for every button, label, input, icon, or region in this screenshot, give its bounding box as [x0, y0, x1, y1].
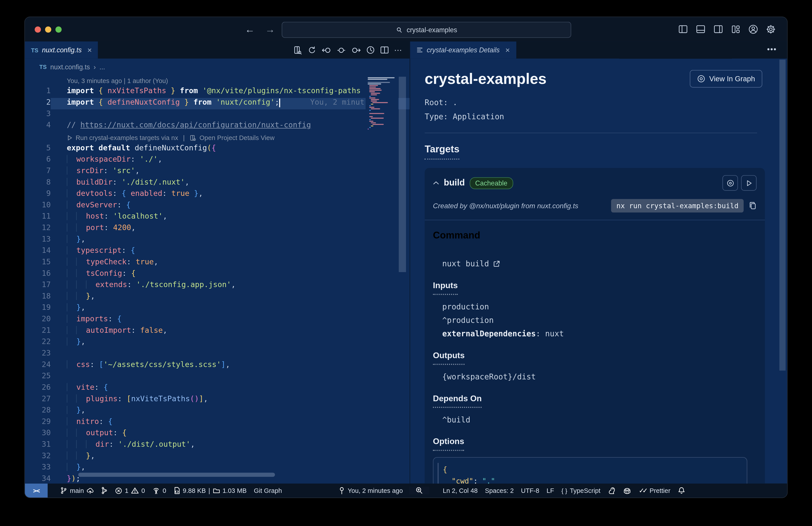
zoom-window-button[interactable]: [55, 26, 61, 32]
nav-forward-icon[interactable]: →: [265, 24, 275, 35]
account-icon[interactable]: [748, 24, 758, 34]
vertical-scrollbar[interactable]: [399, 76, 406, 272]
horizontal-scrollbar[interactable]: [78, 472, 275, 477]
copilot-extension-item[interactable]: [623, 487, 632, 494]
breadcrumb[interactable]: TS nuxt.config.ts › ...: [25, 58, 410, 75]
refresh-icon[interactable]: [308, 46, 316, 55]
panel-tab-label: crystal-examples Details: [427, 46, 500, 54]
tab-nuxt-config[interactable]: TS nuxt.config.ts ×: [25, 42, 98, 58]
codelens-open-details-link[interactable]: Open Project Details View: [200, 134, 275, 142]
copy-icon[interactable]: [749, 202, 757, 210]
code-line[interactable]: 4// https://nuxt.com/docs/api/configurat…: [25, 121, 410, 132]
code-line[interactable]: 6 workspaceDir: './',: [25, 155, 410, 167]
code-line[interactable]: 22 },: [25, 338, 410, 349]
customize-layout-icon[interactable]: [731, 25, 740, 34]
code-line[interactable]: 9 devtools: { enabled: true },: [25, 189, 410, 201]
language-mode-item[interactable]: { }TypeScript: [561, 487, 600, 494]
code-line[interactable]: 3: [25, 109, 410, 121]
minimize-window-button[interactable]: [45, 26, 51, 32]
code-line[interactable]: 17 extends: './tsconfig.app.json',: [25, 281, 410, 292]
indentation-item[interactable]: Spaces: 2: [485, 487, 514, 494]
outputs-heading: Outputs: [433, 351, 465, 360]
minimap[interactable]: [366, 75, 398, 483]
git-graph-item[interactable]: [101, 487, 108, 494]
remote-indicator[interactable]: ><: [25, 484, 48, 498]
line-number: 24: [25, 360, 51, 372]
code-line[interactable]: 24 css: ['~/assets/css/styles.scss'],: [25, 360, 410, 372]
timeline-icon[interactable]: [366, 46, 375, 55]
codelens-run-link[interactable]: Run crystal-examples targets via nx: [76, 134, 178, 142]
code-line[interactable]: 12 port: 4200,: [25, 224, 410, 235]
ports-item[interactable]: 0: [152, 487, 166, 494]
code-line[interactable]: 11 host: 'localhost',: [25, 212, 410, 224]
git-branch-item[interactable]: main: [60, 487, 94, 494]
code-line[interactable]: 13 },: [25, 235, 410, 246]
code-line[interactable]: 2import { defineNuxtConfig } from 'nuxt/…: [25, 98, 410, 110]
more-editor-actions-icon[interactable]: ⋯: [394, 45, 403, 55]
breadcrumb-file[interactable]: nuxt.config.ts: [50, 63, 90, 71]
target-name[interactable]: build: [444, 178, 465, 188]
code-line[interactable]: 18 },: [25, 292, 410, 303]
code-line[interactable]: 21 autoImport: false,: [25, 326, 410, 338]
code-line[interactable]: 23: [25, 349, 410, 360]
cacheable-badge: Cacheable: [469, 177, 513, 189]
git-graph-label[interactable]: Git Graph: [254, 487, 282, 494]
tab-project-details[interactable]: crystal-examples Details ×: [410, 42, 516, 58]
code-line[interactable]: 28 },: [25, 406, 410, 417]
code-line[interactable]: 32 },: [25, 451, 410, 463]
cursor-position-item[interactable]: Ln 2, Col 48: [443, 487, 478, 494]
more-panel-actions-icon[interactable]: •••: [767, 45, 777, 54]
nav-back-icon[interactable]: ←: [245, 24, 255, 35]
toggle-secondary-sidebar-icon[interactable]: [714, 25, 724, 34]
code-line[interactable]: 19 },: [25, 303, 410, 315]
collapse-chevron-icon[interactable]: [433, 181, 439, 185]
split-editor-icon[interactable]: [380, 46, 389, 54]
options-code-block[interactable]: { "cwd": "." }: [433, 457, 748, 483]
toggle-panel-icon[interactable]: [696, 25, 706, 34]
problems-item[interactable]: 1 0: [115, 487, 145, 494]
breadcrumb-symbol[interactable]: ...: [100, 63, 105, 71]
external-link-icon[interactable]: [493, 260, 501, 267]
code-line[interactable]: 10 devServer: {: [25, 200, 410, 212]
code-line[interactable]: 30 output: {: [25, 429, 410, 440]
code-line[interactable]: 5export default defineNuxtConfig({: [25, 144, 410, 155]
notifications-item[interactable]: [678, 487, 685, 494]
nx-run-command-chip[interactable]: nx run crystal-examples:build: [611, 199, 744, 212]
code-line[interactable]: 29 nitro: {: [25, 417, 410, 429]
code-line[interactable]: 7 srcDir: 'src',: [25, 166, 410, 178]
code-line[interactable]: 20 imports: {: [25, 315, 410, 326]
file-size-item[interactable]: 9.88 KB | 1.03 MB: [173, 487, 247, 494]
toggle-primary-sidebar-icon[interactable]: [678, 25, 688, 34]
formatter-item[interactable]: ✓✓Prettier: [639, 487, 670, 494]
publish-cloud-icon: [87, 487, 94, 494]
zoom-tool-item[interactable]: [409, 487, 430, 494]
tab-close-icon[interactable]: ×: [87, 46, 92, 55]
view-target-button[interactable]: [722, 175, 738, 190]
panel-scrollbar[interactable]: [779, 60, 785, 371]
code-line[interactable]: 16 tsConfig: {: [25, 269, 410, 281]
squirrel-extension-item[interactable]: [608, 487, 616, 494]
code-line[interactable]: 25: [25, 372, 410, 383]
blame-item[interactable]: You, 2 minutes ago: [339, 487, 403, 494]
settings-gear-icon[interactable]: [766, 24, 776, 34]
run-target-button[interactable]: [741, 175, 756, 190]
panel-tab-close-icon[interactable]: ×: [505, 46, 510, 55]
command-center-search[interactable]: crystal-examples: [282, 22, 571, 38]
encoding-item[interactable]: UTF-8: [521, 487, 539, 494]
eol-item[interactable]: LF: [547, 487, 554, 494]
code-line[interactable]: 1import { nxViteTsPaths } from '@nx/vite…: [25, 87, 410, 98]
line-number: 12: [25, 224, 51, 235]
code-line[interactable]: 27 plugins: [nxViteTsPaths()],: [25, 394, 410, 406]
next-change-icon[interactable]: [351, 46, 361, 54]
view-in-graph-button[interactable]: View In Graph: [690, 70, 762, 88]
previous-change-icon[interactable]: [321, 46, 332, 54]
code-editor[interactable]: You, 3 minutes ago | 1 author (You)1impo…: [25, 75, 410, 483]
code-line[interactable]: 15 typeCheck: true,: [25, 257, 410, 269]
code-line[interactable]: 8 buildDir: './dist/.nuxt',: [25, 178, 410, 189]
code-line[interactable]: 14 typescript: {: [25, 246, 410, 258]
code-line[interactable]: 31 dir: './dist/.output',: [25, 440, 410, 452]
code-line[interactable]: 26 vite: {: [25, 383, 410, 394]
current-change-icon[interactable]: [337, 46, 346, 54]
close-window-button[interactable]: [35, 26, 41, 32]
open-changes-icon[interactable]: [293, 45, 302, 55]
